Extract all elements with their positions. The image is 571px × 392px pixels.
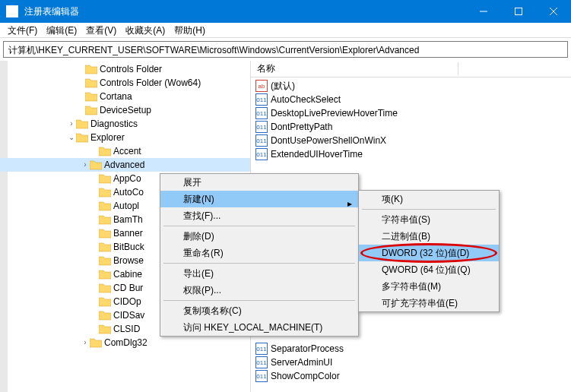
menu-item[interactable]: 复制项名称(C) <box>160 302 358 319</box>
folder-icon <box>99 173 111 184</box>
menu-item-label: 可扩充字符串值(E) <box>382 298 458 308</box>
address-bar[interactable]: 计算机\HKEY_CURRENT_USER\SOFTWARE\Microsoft… <box>3 41 568 58</box>
tree-item-label: Explorer <box>90 131 125 144</box>
tree-item-label: Cabine <box>113 267 142 281</box>
context-submenu[interactable]: 项(K)字符串值(S)二进制值(B)DWORD (32 位)值(D)QWORD … <box>358 190 500 312</box>
menu-item[interactable]: 展开 <box>160 174 358 191</box>
app-icon <box>6 5 18 17</box>
value-name: DesktopLivePreviewHoverTime <box>271 108 398 119</box>
column-name[interactable]: 名称 <box>257 62 458 75</box>
menu-favorites[interactable]: 收藏夹(A) <box>121 24 170 36</box>
values-header[interactable]: 名称 <box>251 61 571 77</box>
value-row[interactable]: 011SeparatorProcess <box>251 342 571 356</box>
tree-item-label: Advanced <box>104 158 144 172</box>
menu-item-label: 重命名(R) <box>183 248 224 258</box>
dword-value-icon: 011 <box>255 370 268 382</box>
menu-item[interactable]: 权限(P)... <box>160 282 358 299</box>
tree-item[interactable]: DeviceSetup <box>0 103 250 117</box>
tree-item-label: CIDOp <box>113 295 141 308</box>
menu-separator <box>362 209 496 210</box>
menu-view[interactable]: 查看(V) <box>81 24 121 36</box>
tree-item[interactable]: Controls Folder <box>0 62 250 76</box>
tree-item-label: Browse <box>113 254 144 267</box>
tree-item[interactable]: ›Diagnostics <box>0 117 250 131</box>
menu-item-label: QWORD (64 位)值(Q) <box>382 264 471 275</box>
folder-icon <box>99 283 111 293</box>
tree-item[interactable]: ›Advanced <box>0 158 250 172</box>
tree-item-label: BitBuck <box>113 240 144 254</box>
value-name: AutoCheckSelect <box>271 94 341 105</box>
value-row[interactable]: 011ServerAdminUI <box>251 356 571 369</box>
menubar: 文件(F) 编辑(E) 查看(V) 收藏夹(A) 帮助(H) <box>0 23 571 38</box>
folder-icon <box>90 337 102 348</box>
window-controls <box>466 0 571 23</box>
folder-icon <box>99 187 111 198</box>
folder-icon <box>90 160 102 170</box>
tree-item[interactable]: Cortana <box>0 90 250 103</box>
tree-item-label: Accent <box>113 144 141 158</box>
menu-edit[interactable]: 编辑(E) <box>42 24 81 36</box>
context-menu[interactable]: 展开新建(N)▸查找(F)...删除(D)重命名(R)导出(E)权限(P)...… <box>160 173 359 337</box>
tree-item-label: CIDSav <box>113 308 144 322</box>
value-row[interactable]: 011DesktopLivePreviewHoverTime <box>251 106 571 120</box>
folder-icon <box>99 214 111 225</box>
value-name: DontPrettyPath <box>271 122 332 132</box>
tree-item-label: Diagnostics <box>90 117 138 131</box>
menu-item[interactable]: 重命名(R) <box>160 245 358 261</box>
folder-icon <box>99 228 111 239</box>
menu-item[interactable]: 字符串值(S) <box>359 211 499 228</box>
dword-value-icon: 011 <box>255 356 268 368</box>
menu-help[interactable]: 帮助(H) <box>170 24 210 36</box>
tree-item[interactable]: ⌄Explorer <box>0 131 250 144</box>
menu-item[interactable]: DWORD (32 位)值(D) <box>359 245 499 261</box>
expand-icon[interactable]: › <box>67 117 76 131</box>
menu-item-label: 多字符串值(M) <box>382 281 441 292</box>
value-name: ShowCompColor <box>271 371 340 381</box>
folder-icon <box>99 296 111 307</box>
menu-item[interactable]: 二进制值(B) <box>359 228 499 245</box>
tree-item[interactable]: Controls Folder (Wow64) <box>0 76 250 90</box>
menu-item-label: 导出(E) <box>183 268 214 279</box>
tree-item[interactable]: ›ComDlg32 <box>0 336 250 349</box>
menu-item-label: 二进制值(B) <box>382 231 430 242</box>
value-row[interactable]: 011ExtendedUIHoverTime <box>251 147 571 161</box>
menu-item[interactable]: 新建(N)▸ <box>160 191 358 207</box>
menu-item[interactable]: 导出(E) <box>160 265 358 282</box>
value-name: DontUsePowerShellOnWinX <box>271 135 386 146</box>
folder-icon <box>99 255 111 266</box>
tree-item-label: CD Bur <box>113 281 143 295</box>
value-name: SeparatorProcess <box>271 343 344 354</box>
menu-item-label: DWORD (32 位)值(D) <box>382 248 469 258</box>
value-row[interactable]: 011ShowCompColor <box>251 369 571 383</box>
collapse-icon[interactable]: ⌄ <box>67 131 76 144</box>
menu-item[interactable]: 访问 HKEY_LOCAL_MACHINE(T) <box>160 319 358 336</box>
menu-item-label: 访问 HKEY_LOCAL_MACHINE(T) <box>183 322 322 333</box>
close-button[interactable] <box>536 0 571 23</box>
value-name: (默认) <box>271 80 295 93</box>
tree-item-label: BamTh <box>113 213 143 226</box>
tree-item[interactable]: Accent <box>0 144 250 158</box>
maximize-button[interactable] <box>501 0 536 23</box>
menu-item[interactable]: 可扩充字符串值(E) <box>359 295 499 311</box>
folder-icon <box>85 77 97 88</box>
menu-item[interactable]: 多字符串值(M) <box>359 278 499 295</box>
minimize-button[interactable] <box>466 0 501 23</box>
value-row[interactable]: ab(默认) <box>251 79 571 93</box>
value-row[interactable]: 011DontPrettyPath <box>251 120 571 134</box>
expand-icon[interactable]: › <box>81 158 90 172</box>
menu-item[interactable]: 删除(D) <box>160 228 358 245</box>
folder-icon <box>99 324 111 334</box>
menu-file[interactable]: 文件(F) <box>3 24 42 36</box>
tree-item-label: Controls Folder <box>100 62 162 76</box>
value-row[interactable]: 011AutoCheckSelect <box>251 93 571 106</box>
folder-icon <box>76 132 88 143</box>
expand-icon[interactable]: › <box>81 336 90 349</box>
value-row[interactable]: 011DontUsePowerShellOnWinX <box>251 134 571 147</box>
folder-icon <box>76 119 88 129</box>
menu-item[interactable]: 查找(F)... <box>160 207 358 224</box>
menu-item-label: 复制项名称(C) <box>183 305 242 316</box>
string-value-icon: ab <box>255 80 268 92</box>
menu-item[interactable]: QWORD (64 位)值(Q) <box>359 261 499 278</box>
menu-item[interactable]: 项(K) <box>359 191 499 207</box>
tree-item-label: AutoCo <box>113 185 144 199</box>
